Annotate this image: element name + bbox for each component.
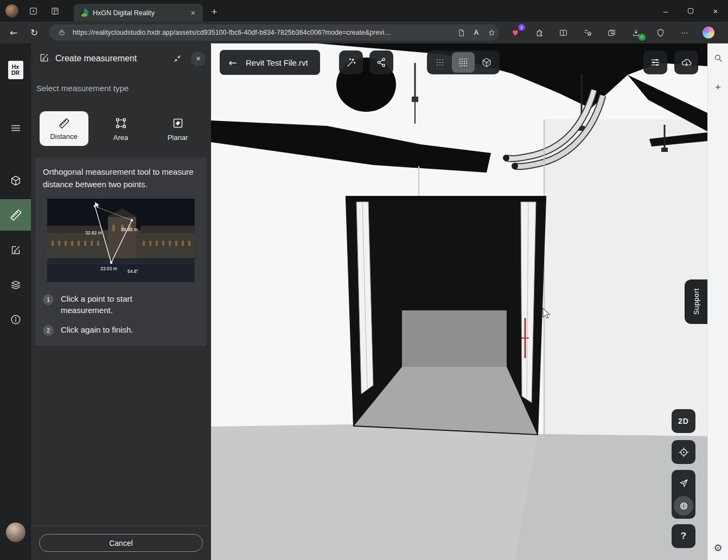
instruction-steps: 1 Click a point to start measurement. 2 … (43, 293, 199, 336)
step-1-badge: 1 (43, 294, 54, 305)
toolbar-actions: 3 ✓ ⋯ (499, 22, 725, 43)
share-icon[interactable] (369, 50, 393, 74)
area-type-button[interactable]: Area (92, 111, 149, 146)
mesh-model-icon[interactable] (476, 52, 498, 73)
annotate-pencil-icon[interactable] (7, 241, 25, 259)
pointcloud-dense-icon[interactable] (452, 52, 474, 73)
measurement-type-row: Distance Area Planar (35, 111, 207, 146)
app-side-rail: HxDR (0, 43, 31, 560)
3d-viewport[interactable]: ← Revit Test File.rvt (211, 43, 707, 560)
select-type-label: Select measurement type (36, 84, 129, 93)
cloud-download-icon[interactable] (674, 50, 698, 74)
favorite-star-icon[interactable] (484, 25, 499, 40)
edge-sidebar-rail: + ⚙ (707, 43, 728, 560)
sidebar-settings-gear-icon[interactable]: ⚙ (711, 540, 725, 555)
planar-type-button[interactable]: Planar (149, 111, 206, 146)
browser-essentials-icon[interactable]: 3 (507, 24, 523, 41)
preview-measure-d2: 39.93 m (121, 227, 138, 232)
corridor (346, 196, 546, 435)
browser-profile-avatar[interactable] (5, 4, 18, 17)
support-tab[interactable]: Support (685, 279, 707, 324)
panel-footer: Cancel (31, 525, 211, 560)
window-close-button[interactable]: × (703, 0, 728, 22)
info-icon[interactable] (7, 310, 25, 329)
new-tab-button[interactable]: + (206, 4, 222, 20)
hxdr-logo: HxDR (8, 61, 23, 79)
read-aloud-icon[interactable]: A (469, 25, 484, 40)
step-2-badge: 2 (43, 325, 54, 336)
step-1: 1 Click a point to start measurement. (43, 293, 199, 317)
fly-navigation-icon[interactable] (674, 473, 693, 493)
sidebar-search-icon[interactable] (711, 51, 725, 65)
render-mode-toggle (427, 50, 500, 74)
extensions-icon[interactable] (531, 24, 547, 41)
file-header: ← Revit Test File.rvt (220, 50, 320, 75)
favorites-bar-icon[interactable] (579, 24, 596, 41)
tab-close-icon[interactable]: × (188, 8, 199, 18)
download-success-badge: ✓ (638, 34, 646, 41)
layers-icon[interactable] (7, 276, 25, 294)
address-bar[interactable]: https://realitycloudstudio.hxdr.app/asse… (49, 24, 499, 41)
help-button[interactable]: ? (672, 524, 695, 548)
collections-icon[interactable] (604, 24, 620, 41)
file-name: Revit Test File.rvt (246, 58, 320, 67)
globe-navigation-icon[interactable] (674, 496, 693, 516)
security-shield-icon[interactable] (652, 24, 668, 41)
essentials-badge: 3 (518, 24, 525, 31)
panel-title: Create measurement (55, 54, 164, 63)
user-avatar[interactable] (6, 523, 25, 542)
preview-measure-angle: 54.8° (127, 269, 138, 274)
url-text[interactable]: https://realitycloudstudio.hxdr.app/asse… (73, 29, 454, 36)
navigation-group (672, 470, 695, 519)
copilot-button[interactable] (700, 24, 717, 41)
cancel-button[interactable]: Cancel (39, 534, 203, 552)
assets-cube-icon[interactable] (7, 171, 25, 190)
locate-crosshair-icon[interactable] (672, 440, 695, 464)
window-maximize-button[interactable] (678, 0, 703, 22)
tab-favicon (80, 9, 88, 17)
browser-tab[interactable]: HxGN Digital Reality × (74, 4, 203, 22)
page-tools-icon[interactable] (454, 25, 469, 40)
hxdr-app: HxDR (0, 43, 707, 560)
downloads-icon[interactable]: ✓ (628, 24, 644, 41)
scene-canvas[interactable] (211, 43, 707, 560)
tab-title: HxGN Digital Reality (93, 9, 183, 17)
distance-type-button[interactable]: Distance (40, 111, 88, 146)
view-settings-icon[interactable] (643, 50, 667, 74)
preview-measure-d1: 32.62 m (85, 230, 102, 236)
create-measurement-panel: Create measurement × Select measurement … (31, 43, 211, 560)
step-2: 2 Click again to finish. (43, 324, 199, 336)
screen: HxGN Digital Reality × + – × ← ↻ https:/… (0, 0, 728, 560)
preview-measure-d3: 23.03 m (100, 266, 117, 271)
refresh-button[interactable]: ↻ (24, 23, 44, 42)
menu-hamburger-icon[interactable] (7, 119, 25, 137)
collapse-panel-icon[interactable] (169, 50, 186, 67)
settings-more-icon[interactable]: ⋯ (676, 24, 693, 41)
2d-view-button[interactable]: 2D (672, 409, 695, 433)
sidebar-add-icon[interactable]: + (711, 80, 725, 94)
pointcloud-sparse-icon[interactable] (429, 52, 451, 73)
type-distance-cell: Distance (35, 111, 92, 146)
split-screen-icon[interactable] (555, 24, 572, 41)
window-minimize-button[interactable]: – (653, 0, 678, 22)
tool-info-card: Orthogonal measurement tool to measure d… (35, 157, 207, 346)
workspaces-icon[interactable] (26, 4, 40, 18)
lock-icon (54, 25, 69, 40)
close-panel-button[interactable]: × (191, 52, 206, 66)
measure-tool-icon[interactable] (0, 199, 31, 231)
tool-description: Orthogonal measurement tool to measure d… (43, 166, 199, 191)
magic-wand-icon[interactable] (339, 50, 363, 74)
browser-toolbar: ← ↻ https://realitycloudstudio.hxdr.app/… (0, 22, 728, 43)
measure-edit-icon (39, 52, 50, 66)
back-button[interactable]: ← (3, 23, 24, 42)
browser-titlebar: HxGN Digital Reality × + – × (0, 0, 728, 22)
viewport-back-button[interactable]: ← (220, 50, 246, 75)
measurement-preview-image: 32.62 m 39.93 m 23.03 m 54.8° (47, 199, 195, 282)
vertical-tabs-icon[interactable] (48, 4, 62, 18)
